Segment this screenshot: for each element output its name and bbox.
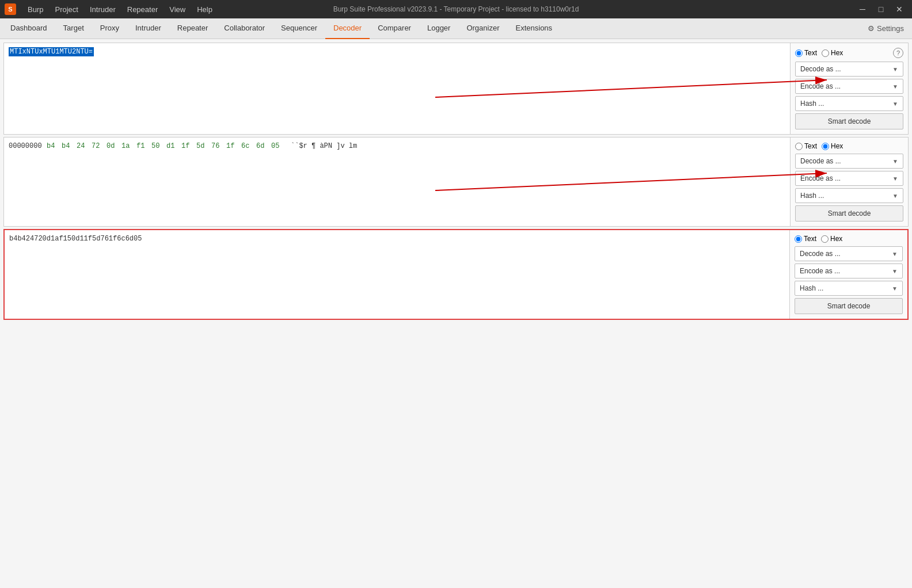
hash-dropdown-2[interactable]: Hash ... ▼ xyxy=(795,188,903,203)
burp-logo: S xyxy=(5,3,16,15)
menu-help[interactable]: Help xyxy=(192,4,217,15)
selected-text-1: MTIxNTUxMTU1MTU2NTU= xyxy=(9,47,94,56)
menu-project[interactable]: Project xyxy=(50,4,82,15)
menu-intruder[interactable]: Intruder xyxy=(85,4,120,15)
format-radio-group-3: Text Hex xyxy=(795,235,903,243)
tab-intruder[interactable]: Intruder xyxy=(127,18,169,39)
hex-byte-1a: 1a xyxy=(121,142,133,150)
tab-comparer[interactable]: Comparer xyxy=(370,18,419,39)
smart-decode-btn-2[interactable]: Smart decode xyxy=(795,205,903,222)
minimize-button[interactable]: ─ xyxy=(854,3,871,16)
decode-as-arrow-1: ▼ xyxy=(892,66,898,72)
text-radio-text-2: Text xyxy=(804,142,817,150)
decoder-row-2: 00000000 b4 b4 24 72 0d 1a f1 50 d1 1f 5… xyxy=(3,137,909,227)
encode-as-dropdown-3[interactable]: Encode as ... ▼ xyxy=(795,264,903,278)
menu-repeater[interactable]: Repeater xyxy=(123,4,162,15)
tab-proxy[interactable]: Proxy xyxy=(92,18,127,39)
decode-as-dropdown-1[interactable]: Decode as ... ▼ xyxy=(795,62,903,77)
tab-collaborator[interactable]: Collaborator xyxy=(216,18,273,39)
decoder-content-1[interactable]: MTIxNTUxMTU1MTU2NTU= xyxy=(4,43,790,60)
help-icon-1[interactable]: ? xyxy=(893,48,903,58)
hex-byte-b4-2: b4 xyxy=(62,142,73,150)
format-radio-group-2: Text Hex xyxy=(795,142,903,150)
tab-organizer[interactable]: Organizer xyxy=(458,18,507,39)
hex-radio-label-2[interactable]: Hex xyxy=(822,142,843,150)
hex-offset-2: 00000000 xyxy=(9,142,43,150)
smart-decode-btn-3[interactable]: Smart decode xyxy=(795,298,903,314)
decoder-controls-2: Text Hex Decode as ... ▼ Encode as ... ▼ xyxy=(790,138,908,226)
hex-byte-50: 50 xyxy=(151,142,163,150)
hex-byte-1f: 1f xyxy=(226,142,238,150)
hex-radio-label-1[interactable]: Hex xyxy=(822,49,843,57)
menu-burp[interactable]: Burp xyxy=(23,4,48,15)
hex-radio-label-3[interactable]: Hex xyxy=(821,235,842,243)
tab-dashboard[interactable]: Dashboard xyxy=(2,18,55,39)
tab-sequencer[interactable]: Sequencer xyxy=(273,18,325,39)
tab-extensions[interactable]: Extensions xyxy=(508,18,561,39)
hex-byte-6d: 6d xyxy=(256,142,268,150)
hex-row-2: 00000000 b4 b4 24 72 0d 1a f1 50 d1 1f 5… xyxy=(9,142,785,150)
hex-byte-72: 72 xyxy=(92,142,103,150)
text-radio-2[interactable] xyxy=(795,143,803,150)
gear-icon: ⚙ xyxy=(868,24,875,33)
hex-radio-text-2: Hex xyxy=(831,142,843,150)
encode-as-arrow-1: ▼ xyxy=(892,83,898,90)
text-radio-label-1[interactable]: Text xyxy=(795,49,817,57)
maximize-button[interactable]: □ xyxy=(873,3,889,16)
tab-target[interactable]: Target xyxy=(55,18,92,39)
tab-repeater[interactable]: Repeater xyxy=(169,18,216,39)
smart-decode-btn-1[interactable]: Smart decode xyxy=(795,113,903,129)
decoder-input-3: b4b424720d1af150d11f5d761f6c6d05 xyxy=(5,230,789,319)
decoder-controls-1: Text Hex ? Decode as ... ▼ Encode as ...… xyxy=(790,43,908,134)
decode-as-dropdown-3[interactable]: Decode as ... ▼ xyxy=(795,246,903,261)
text-radio-text-1: Text xyxy=(804,49,817,57)
tab-logger[interactable]: Logger xyxy=(419,18,458,39)
encode-as-label-1: Encode as ... xyxy=(800,82,841,90)
hex-radio-1[interactable] xyxy=(822,49,829,57)
text-radio-label-2[interactable]: Text xyxy=(795,142,817,150)
decode-as-arrow-3: ▼ xyxy=(892,251,898,257)
encode-as-arrow-2: ▼ xyxy=(892,175,898,182)
hex-radio-2[interactable] xyxy=(822,143,829,150)
encode-as-dropdown-2[interactable]: Encode as ... ▼ xyxy=(795,171,903,186)
title-bar-left: S Burp Project Intruder Repeater View He… xyxy=(5,3,217,15)
hex-byte-76: 76 xyxy=(211,142,223,150)
hash-dropdown-1[interactable]: Hash ... ▼ xyxy=(795,96,903,111)
hash-label-2: Hash ... xyxy=(800,192,824,200)
hash-dropdown-3[interactable]: Hash ... ▼ xyxy=(795,281,903,296)
encode-as-dropdown-1[interactable]: Encode as ... ▼ xyxy=(795,79,903,94)
text-radio-label-3[interactable]: Text xyxy=(795,235,816,243)
settings-button[interactable]: ⚙ Settings xyxy=(862,24,910,33)
hex-radio-text-3: Hex xyxy=(830,235,842,243)
text-radio-3[interactable] xyxy=(795,235,802,243)
decoder-input-1: MTIxNTUxMTU1MTU2NTU= xyxy=(4,43,790,134)
encode-as-label-3: Encode as ... xyxy=(800,267,840,275)
hex-radio-3[interactable] xyxy=(821,235,829,243)
decoder-content-3[interactable]: b4b424720d1af150d11f5d761f6c6d05 xyxy=(5,230,789,247)
hash-label-3: Hash ... xyxy=(800,284,823,292)
hex-byte-24: 24 xyxy=(77,142,88,150)
decoder-hex-2[interactable]: 00000000 b4 b4 24 72 0d 1a f1 50 d1 1f 5… xyxy=(4,138,790,226)
hash-label-1: Hash ... xyxy=(800,100,824,108)
text-radio-text-3: Text xyxy=(804,235,816,243)
decode-as-dropdown-2[interactable]: Decode as ... ▼ xyxy=(795,154,903,169)
menu-view[interactable]: View xyxy=(165,4,190,15)
title-bar: S Burp Project Intruder Repeater View He… xyxy=(0,0,912,18)
tab-decoder[interactable]: Decoder xyxy=(325,18,370,39)
encode-as-arrow-3: ▼ xyxy=(892,268,898,274)
hash-arrow-2: ▼ xyxy=(892,193,898,199)
content-area: MTIxNTUxMTU1MTU2NTU= Text xyxy=(0,39,912,588)
close-button[interactable]: ✕ xyxy=(891,3,907,16)
hex-byte-b4-1: b4 xyxy=(47,142,58,150)
decoder-controls-3: Text Hex Decode as ... ▼ Encode as ... ▼ xyxy=(789,230,907,319)
hex-ascii-2: ``$r ¶ àPN ]v lm xyxy=(291,142,357,150)
text-radio-1[interactable] xyxy=(795,49,803,57)
hash-arrow-1: ▼ xyxy=(892,101,898,107)
hex-byte-0d: 0d xyxy=(107,142,118,150)
decoder-row-1: MTIxNTUxMTU1MTU2NTU= Text xyxy=(3,43,909,135)
main-tabs: Dashboard Target Proxy Intruder Repeater… xyxy=(0,18,912,39)
hex-byte-5d: 5d xyxy=(196,142,208,150)
settings-label: Settings xyxy=(877,24,904,33)
decode-as-arrow-2: ▼ xyxy=(892,158,898,165)
hex-radio-text-1: Hex xyxy=(831,49,843,57)
